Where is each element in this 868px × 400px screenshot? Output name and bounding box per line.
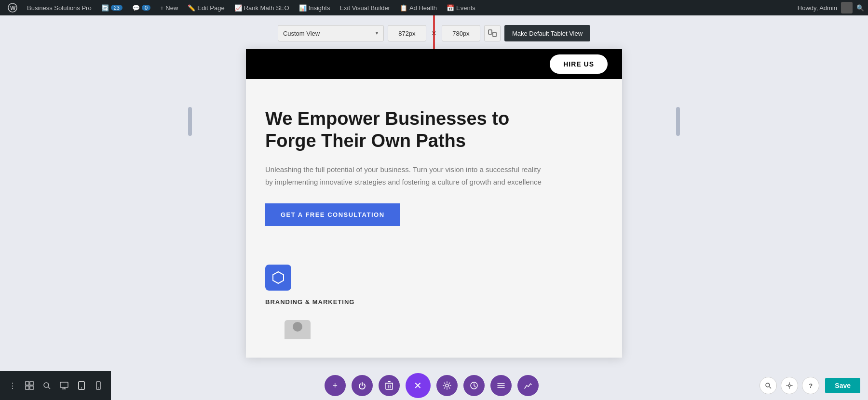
- rank-math-label: Rank Math SEO: [244, 4, 289, 12]
- comments-icon: 💬: [132, 4, 140, 12]
- hero-title: We Empower Businesses to Forge Their Own…: [265, 108, 555, 152]
- partial-avatar-container: [265, 320, 603, 339]
- events-label: Events: [456, 4, 475, 12]
- search-right-button[interactable]: [760, 377, 777, 394]
- page-frame: HIRE US We Empower Businesses to Forge T…: [246, 49, 622, 358]
- svg-rect-9: [26, 386, 29, 389]
- left-resize-handle[interactable]: [188, 107, 192, 136]
- make-default-button[interactable]: Make Default Tablet View: [504, 25, 590, 41]
- mobile-view-icon[interactable]: [94, 379, 103, 392]
- insights-label: Insights: [309, 4, 330, 12]
- make-default-label: Make Default Tablet View: [512, 30, 583, 37]
- svg-point-32: [788, 385, 790, 387]
- save-label: Save: [835, 382, 851, 389]
- wp-logo-item[interactable]: W: [4, 0, 21, 15]
- ad-health-label: Ad Health: [409, 4, 437, 12]
- analytics-button[interactable]: [517, 375, 539, 396]
- svg-point-25: [446, 384, 448, 387]
- new-item[interactable]: + New: [156, 0, 182, 15]
- tablet-icon-button[interactable]: [484, 25, 501, 41]
- svg-point-30: [766, 383, 770, 387]
- edit-page-item[interactable]: ✏️ Edit Page: [184, 0, 228, 15]
- hero-description: Unleashing the full potential of your bu…: [265, 163, 550, 188]
- power-button[interactable]: [352, 375, 373, 396]
- dots-menu-icon[interactable]: ⋮: [8, 379, 17, 392]
- bottom-left-tools: ⋮: [0, 371, 111, 400]
- svg-rect-10: [30, 386, 33, 389]
- insights-item[interactable]: 📊 Insights: [295, 0, 334, 15]
- tablet-view-icon[interactable]: [77, 379, 86, 392]
- events-icon: 📅: [447, 4, 454, 12]
- svg-line-12: [48, 387, 50, 389]
- updates-item[interactable]: 🔄 23: [97, 0, 126, 15]
- bottom-center-tools: + ✕: [111, 371, 752, 400]
- toolbar-area: Custom View ✕ Make Default Tablet View: [0, 15, 868, 49]
- svg-text:W: W: [10, 5, 16, 12]
- edit-page-label: Edit Page: [197, 4, 224, 12]
- svg-point-19: [98, 387, 99, 388]
- rank-math-icon: 📈: [234, 4, 242, 12]
- desktop-view-icon[interactable]: [59, 379, 69, 392]
- insights-icon: 📊: [299, 4, 307, 12]
- svg-rect-20: [386, 383, 393, 389]
- search-icon[interactable]: [42, 379, 52, 392]
- help-button[interactable]: ?: [802, 377, 819, 394]
- feature-icon-box: [265, 265, 291, 291]
- howdy-label: Howdy, Admin: [798, 4, 837, 12]
- edit-page-icon: ✏️: [188, 4, 195, 12]
- add-button[interactable]: +: [325, 375, 346, 396]
- ad-health-icon: 📋: [400, 4, 407, 12]
- site-name-item[interactable]: Business Solutions Pro: [23, 0, 95, 15]
- admin-avatar: [841, 2, 853, 13]
- hire-us-button[interactable]: HIRE US: [550, 54, 608, 74]
- site-name: Business Solutions Pro: [27, 4, 92, 12]
- page-header: HIRE US: [246, 49, 622, 79]
- updates-icon: 🔄: [101, 4, 109, 12]
- bottom-toolbar: ⋮: [0, 371, 868, 400]
- search-icon[interactable]: 🔍: [856, 4, 864, 12]
- cta-button[interactable]: GET A FREE CONSULTATION: [265, 203, 400, 226]
- svg-rect-8: [30, 382, 33, 385]
- cta-label: GET A FREE CONSULTATION: [281, 211, 385, 218]
- delete-button[interactable]: [379, 375, 400, 396]
- svg-rect-13: [60, 382, 68, 387]
- svg-point-11: [44, 383, 49, 387]
- settings-right-button[interactable]: [781, 377, 798, 394]
- new-label: + New: [160, 4, 178, 12]
- feature-label: BRANDING & MARKETING: [265, 298, 603, 306]
- svg-line-31: [770, 387, 772, 389]
- updates-badge: 23: [111, 5, 122, 11]
- rank-math-item[interactable]: 📈 Rank Math SEO: [231, 0, 293, 15]
- exit-vb-label: Exit Visual Builder: [339, 4, 390, 12]
- svg-rect-7: [26, 382, 29, 385]
- svg-rect-4: [488, 30, 492, 34]
- close-button[interactable]: ✕: [406, 373, 431, 398]
- comments-item[interactable]: 💬 0: [128, 0, 154, 15]
- history-button[interactable]: [463, 375, 485, 396]
- right-resize-handle[interactable]: [676, 107, 680, 136]
- events-item[interactable]: 📅 Events: [443, 0, 479, 15]
- bottom-right-tools: ? Save: [752, 371, 868, 400]
- layers-button[interactable]: [490, 375, 512, 396]
- ad-health-item[interactable]: 📋 Ad Health: [396, 0, 441, 15]
- exit-vb-item[interactable]: Exit Visual Builder: [336, 0, 394, 15]
- svg-point-17: [81, 387, 82, 388]
- admin-bar-right: Howdy, Admin 🔍: [798, 2, 864, 13]
- custom-view-select[interactable]: Custom View: [278, 25, 384, 41]
- partial-avatar: [285, 320, 311, 339]
- hire-us-label: HIRE US: [563, 60, 594, 68]
- settings-button[interactable]: [436, 375, 458, 396]
- grid-view-icon[interactable]: [25, 379, 35, 392]
- svg-marker-6: [273, 272, 284, 283]
- admin-bar: W Business Solutions Pro 🔄 23 💬 0 + New …: [0, 0, 868, 15]
- wordpress-icon: W: [8, 3, 17, 13]
- hero-section: We Empower Businesses to Forge Their Own…: [246, 79, 622, 245]
- save-button[interactable]: Save: [825, 378, 860, 393]
- features-section: BRANDING & MARKETING: [246, 245, 622, 349]
- preview-container: HIRE US We Empower Businesses to Forge T…: [0, 49, 868, 387]
- tablet-resize-icon: [488, 29, 497, 38]
- custom-view-wrapper[interactable]: Custom View: [278, 25, 384, 41]
- svg-rect-5: [493, 32, 496, 37]
- hexagon-icon: [271, 271, 285, 284]
- comments-badge: 0: [142, 5, 150, 11]
